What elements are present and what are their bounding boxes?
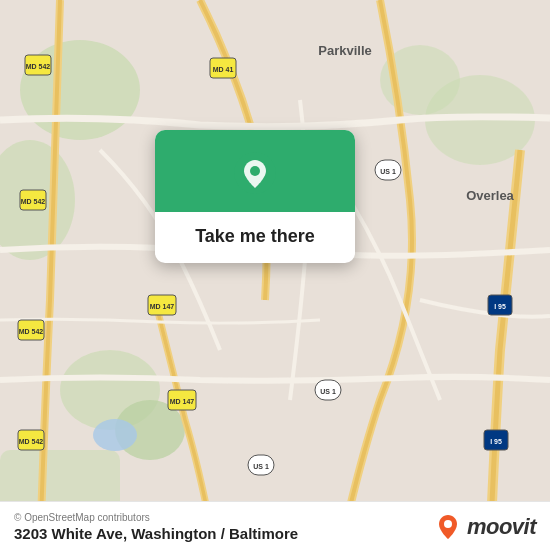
- address-text: 3203 White Ave, Washington / Baltimore: [14, 525, 298, 542]
- svg-text:I 95: I 95: [494, 303, 506, 310]
- svg-text:US 1: US 1: [320, 388, 336, 395]
- svg-text:I 95: I 95: [490, 438, 502, 445]
- take-me-there-label: Take me there: [177, 212, 333, 263]
- svg-text:MD 542: MD 542: [21, 198, 46, 205]
- svg-text:MD 147: MD 147: [170, 398, 195, 405]
- moovit-pin-icon: [434, 513, 462, 541]
- osm-attribution: © OpenStreetMap contributors: [14, 512, 298, 523]
- card-green-section: [155, 130, 355, 212]
- svg-text:MD 542: MD 542: [19, 328, 44, 335]
- bottom-bar: © OpenStreetMap contributors 3203 White …: [0, 501, 550, 550]
- svg-text:MD 542: MD 542: [19, 438, 44, 445]
- location-pin-icon: [234, 152, 276, 194]
- svg-point-37: [444, 520, 452, 528]
- moovit-logo: moovit: [434, 513, 536, 541]
- svg-point-8: [93, 419, 137, 451]
- take-me-there-card[interactable]: Take me there: [155, 130, 355, 263]
- address-area: © OpenStreetMap contributors 3203 White …: [14, 512, 298, 542]
- svg-text:MD 147: MD 147: [150, 303, 175, 310]
- map-container: MD 542 MD 542 MD 542 MD 542 MD 41 MD 147…: [0, 0, 550, 550]
- svg-text:US 1: US 1: [253, 463, 269, 470]
- svg-text:US 1: US 1: [380, 168, 396, 175]
- svg-text:Parkville: Parkville: [318, 43, 372, 58]
- svg-text:MD 542: MD 542: [26, 63, 51, 70]
- moovit-wordmark: moovit: [467, 514, 536, 540]
- svg-text:MD 41: MD 41: [213, 66, 234, 73]
- svg-text:Overlea: Overlea: [466, 188, 514, 203]
- svg-point-36: [250, 166, 260, 176]
- map-background: MD 542 MD 542 MD 542 MD 542 MD 41 MD 147…: [0, 0, 550, 550]
